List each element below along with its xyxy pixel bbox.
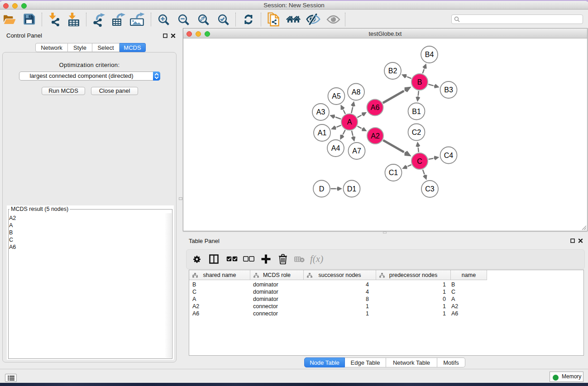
svg-text:C4: C4	[444, 152, 454, 159]
svg-text:A: A	[347, 118, 352, 126]
svg-text:D1: D1	[347, 185, 357, 193]
svg-text:A5: A5	[332, 92, 341, 100]
svg-text:B1: B1	[412, 108, 421, 115]
svg-text:C: C	[417, 157, 422, 165]
svg-text:A7: A7	[352, 147, 361, 155]
svg-text:B3: B3	[444, 86, 453, 94]
svg-text:A4: A4	[331, 144, 340, 152]
svg-text:A2: A2	[371, 132, 380, 140]
svg-text:B: B	[417, 78, 422, 86]
svg-text:B4: B4	[425, 51, 434, 58]
svg-text:D: D	[319, 185, 325, 193]
svg-text:A8: A8	[352, 88, 361, 96]
svg-text:A3: A3	[316, 108, 325, 116]
svg-text:C2: C2	[412, 129, 421, 136]
svg-text:C1: C1	[389, 169, 398, 176]
svg-text:A6: A6	[371, 104, 380, 111]
svg-text:C3: C3	[425, 185, 435, 193]
svg-text:B2: B2	[388, 67, 397, 75]
svg-text:A1: A1	[318, 129, 327, 137]
